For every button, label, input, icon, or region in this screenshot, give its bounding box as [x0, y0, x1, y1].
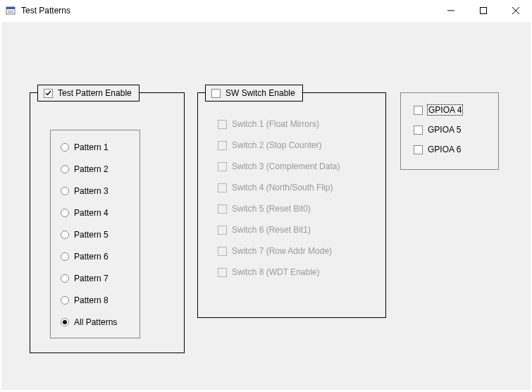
client-area: Test Pattern Enable Pattern 1Pattern 2Pa…	[1, 21, 531, 391]
radio-icon	[61, 318, 69, 326]
svg-rect-2	[8, 11, 13, 11]
title-bar: Test Patterns	[0, 0, 532, 21]
pattern-label: Pattern 1	[74, 142, 109, 152]
checkbox-icon	[211, 89, 221, 98]
checkbox-icon	[414, 125, 423, 135]
pattern-radio-5[interactable]: Pattern 6	[61, 251, 117, 262]
pattern-label: Pattern 3	[74, 186, 109, 196]
gpioa-label: GPIOA 6	[428, 145, 461, 154]
pattern-radio-3[interactable]: Pattern 4	[61, 207, 117, 219]
pattern-radio-0[interactable]: Pattern 1	[61, 142, 117, 153]
radio-icon	[61, 143, 69, 152]
pattern-label: Pattern 7	[74, 274, 109, 283]
switch-label: Switch 8 (WDT Enable)	[232, 267, 319, 277]
radio-icon	[61, 296, 69, 305]
group-gpioa: GPIOA 4GPIOA 5GPIOA 6	[400, 92, 499, 170]
checkbox-icon	[218, 247, 227, 256]
radio-icon	[61, 209, 69, 217]
radio-icon	[61, 252, 69, 261]
checkbox-icon	[414, 145, 423, 154]
pattern-radio-8[interactable]: All Patterns	[61, 317, 117, 328]
checkbox-icon	[414, 106, 423, 115]
checkbox-icon	[44, 89, 53, 98]
group-sw-switch: SW Switch Enable Switch 1 (Float Mirrors…	[197, 92, 386, 318]
switch-checkbox-1: Switch 2 (Stop Counter)	[218, 140, 340, 151]
checkbox-icon	[218, 183, 227, 192]
pattern-radio-2[interactable]: Pattern 3	[61, 185, 117, 197]
pattern-label: All Patterns	[74, 317, 117, 327]
pattern-radio-7[interactable]: Pattern 8	[61, 295, 117, 306]
switch-checkbox-0: Switch 1 (Float Mirrors)	[218, 118, 340, 130]
switch-label: Switch 2 (Stop Counter)	[232, 140, 321, 150]
switch-checkbox-5: Switch 6 (Reset Bit1)	[218, 224, 340, 235]
pattern-label: Pattern 4	[74, 208, 109, 218]
pattern-label: Pattern 6	[74, 252, 109, 262]
window-title: Test Patterns	[21, 6, 70, 16]
switch-checkbox-7: Switch 8 (WDT Enable)	[218, 267, 340, 278]
switch-label: Switch 1 (Float Mirrors)	[232, 119, 319, 129]
minimize-button[interactable]	[435, 0, 467, 21]
checkbox-icon	[218, 226, 227, 235]
maximize-button[interactable]	[467, 0, 500, 21]
pattern-label: Pattern 8	[74, 295, 109, 305]
switch-label: Switch 3 (Complement Data)	[232, 161, 340, 171]
pattern-radio-4[interactable]: Pattern 5	[61, 229, 117, 240]
checkbox-icon	[218, 204, 227, 214]
test-pattern-enable-label: Test Pattern Enable	[58, 88, 132, 98]
switch-label: Switch 7 (Row Addr Mode)	[232, 246, 332, 256]
test-pattern-enable-checkbox[interactable]: Test Pattern Enable	[37, 85, 140, 102]
close-button[interactable]	[500, 0, 532, 21]
gpioa-checkbox-0[interactable]: GPIOA 4	[414, 104, 462, 116]
gpioa-checkbox-2[interactable]: GPIOA 6	[414, 144, 462, 155]
sw-switch-enable-label: SW Switch Enable	[225, 88, 295, 98]
radio-icon	[61, 187, 69, 195]
switch-checkbox-2: Switch 3 (Complement Data)	[218, 161, 340, 172]
pattern-radio-1[interactable]: Pattern 2	[61, 164, 117, 175]
pattern-subgroup: Pattern 1Pattern 2Pattern 3Pattern 4Patt…	[50, 130, 140, 338]
radio-icon	[61, 231, 69, 239]
switch-label: Switch 4 (North/South Flip)	[232, 183, 333, 192]
pattern-label: Pattern 5	[74, 230, 109, 240]
pattern-radio-6[interactable]: Pattern 7	[61, 273, 117, 284]
svg-rect-3	[8, 12, 13, 13]
pattern-label: Pattern 2	[74, 164, 109, 174]
checkbox-icon	[218, 162, 227, 171]
checkbox-icon	[218, 141, 227, 150]
sw-switch-enable-checkbox[interactable]: SW Switch Enable	[205, 85, 303, 102]
group-test-pattern: Test Pattern Enable Pattern 1Pattern 2Pa…	[30, 92, 185, 353]
checkbox-icon	[218, 120, 227, 129]
radio-icon	[61, 274, 69, 283]
gpioa-label: GPIOA 5	[428, 125, 461, 135]
app-icon	[6, 5, 17, 16]
switch-checkbox-6: Switch 7 (Row Addr Mode)	[218, 245, 340, 257]
svg-rect-1	[6, 7, 15, 9]
switch-checkbox-3: Switch 4 (North/South Flip)	[218, 182, 340, 193]
checkbox-icon	[218, 268, 227, 277]
switch-checkbox-4: Switch 5 (Reset Bit0)	[218, 203, 340, 214]
radio-icon	[61, 165, 69, 173]
gpioa-checkbox-1[interactable]: GPIOA 5	[414, 124, 462, 135]
gpioa-label: GPIOA 4	[428, 105, 462, 115]
svg-rect-5	[481, 8, 487, 14]
switch-label: Switch 6 (Reset Bit1)	[232, 225, 311, 235]
switch-label: Switch 5 (Reset Bit0)	[232, 204, 311, 214]
